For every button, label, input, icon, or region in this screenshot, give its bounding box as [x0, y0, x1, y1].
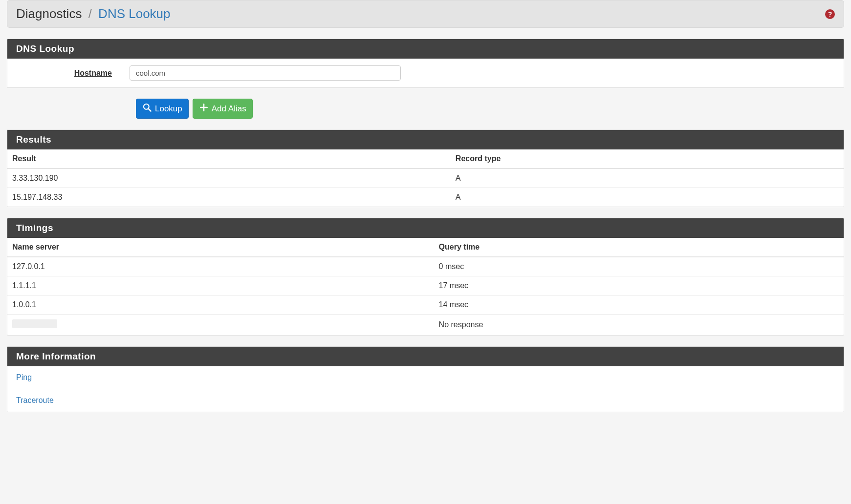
record-type-cell: A	[451, 168, 844, 188]
timings-header-query-time: Query time	[434, 238, 844, 257]
add-alias-button[interactable]: Add Alias	[193, 99, 253, 119]
page-header: Diagnostics / DNS Lookup ?	[7, 0, 844, 28]
record-type-cell: A	[451, 188, 844, 207]
results-heading: Results	[7, 130, 844, 149]
results-header-record-type: Record type	[451, 149, 844, 168]
more-info-list: Ping Traceroute	[7, 366, 844, 412]
table-row: 1.0.0.1 14 msec	[7, 295, 844, 315]
more-info-heading: More Information	[7, 347, 844, 366]
result-cell: 15.197.148.33	[7, 188, 451, 207]
ping-link[interactable]: Ping	[7, 366, 844, 389]
timings-heading: Timings	[7, 218, 844, 238]
hostname-label: Hostname	[12, 69, 130, 78]
query-time-cell: 0 msec	[434, 257, 844, 276]
table-row: 3.33.130.190 A	[7, 168, 844, 188]
name-server-cell	[7, 315, 434, 336]
name-server-cell: 1.1.1.1	[7, 276, 434, 295]
plus-icon	[199, 103, 209, 115]
result-cell: 3.33.130.190	[7, 168, 451, 188]
results-header-result: Result	[7, 149, 451, 168]
lookup-button-label: Lookup	[155, 104, 182, 114]
breadcrumb-separator: /	[88, 6, 92, 21]
results-table: Result Record type 3.33.130.190 A 15.197…	[7, 149, 844, 207]
table-row: No response	[7, 315, 844, 336]
hostname-row: Hostname	[12, 65, 839, 81]
timings-header-name-server: Name server	[7, 238, 434, 257]
add-alias-button-label: Add Alias	[212, 104, 246, 114]
help-icon[interactable]: ?	[825, 9, 835, 19]
dns-lookup-heading: DNS Lookup	[7, 39, 844, 59]
timings-panel: Timings Name server Query time 127.0.0.1…	[7, 218, 844, 336]
table-row: 127.0.0.1 0 msec	[7, 257, 844, 276]
breadcrumb: Diagnostics / DNS Lookup	[16, 6, 171, 21]
table-row: 15.197.148.33 A	[7, 188, 844, 207]
table-row: 1.1.1.1 17 msec	[7, 276, 844, 295]
query-time-cell: No response	[434, 315, 844, 336]
redacted-placeholder	[12, 319, 57, 328]
traceroute-link[interactable]: Traceroute	[7, 389, 844, 412]
query-time-cell: 14 msec	[434, 295, 844, 315]
search-icon	[142, 103, 152, 115]
dns-lookup-panel: DNS Lookup Hostname	[7, 39, 844, 88]
breadcrumb-parent[interactable]: Diagnostics	[16, 6, 82, 21]
more-info-panel: More Information Ping Traceroute	[7, 346, 844, 412]
results-panel: Results Result Record type 3.33.130.190 …	[7, 129, 844, 207]
action-row: Lookup Add Alias	[7, 99, 844, 119]
hostname-input[interactable]	[130, 65, 401, 81]
lookup-button[interactable]: Lookup	[136, 99, 189, 119]
svg-line-1	[149, 109, 151, 111]
breadcrumb-current[interactable]: DNS Lookup	[98, 6, 170, 21]
timings-table: Name server Query time 127.0.0.1 0 msec …	[7, 238, 844, 335]
name-server-cell: 127.0.0.1	[7, 257, 434, 276]
name-server-cell: 1.0.0.1	[7, 295, 434, 315]
query-time-cell: 17 msec	[434, 276, 844, 295]
